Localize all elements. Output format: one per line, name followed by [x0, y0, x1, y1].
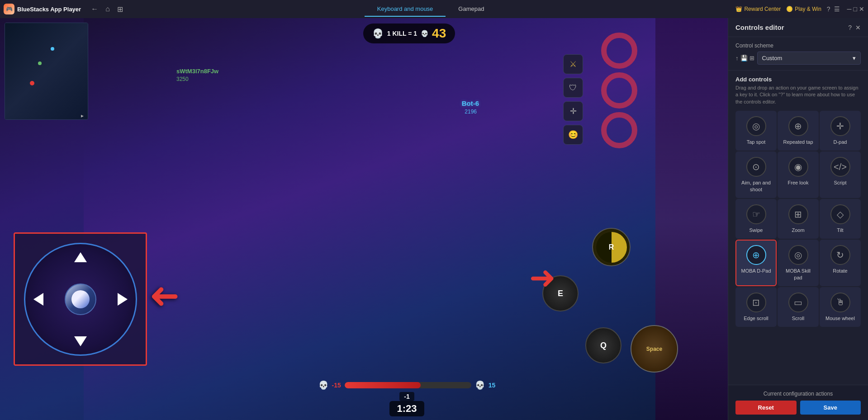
tab-keyboard[interactable]: Keyboard and mouse: [365, 2, 446, 17]
control-item-mouse-wheel[interactable]: 🖱Mouse wheel: [820, 287, 861, 327]
control-item-aim-pan-shoot[interactable]: ⊙Aim, pan and shoot: [735, 151, 777, 198]
scheme-icons: ↑ 💾 ⊞: [735, 55, 754, 61]
skull-red-right: 💀: [475, 380, 485, 390]
hud-top: 💀 1 KILL = 1 💀 43: [90, 24, 728, 43]
emoji-icon-btn[interactable]: 😊: [563, 125, 583, 145]
red-arrow-right: ➜: [529, 262, 556, 293]
menu-button[interactable]: ☰: [834, 5, 840, 13]
red-arrow-left: ➜: [149, 278, 180, 314]
dpad-arrow-up: [74, 252, 87, 262]
scheme-save-button[interactable]: 💾: [740, 55, 748, 61]
controls-grid: ◎Tap spot⊕Repeated tap✛D-pad⊙Aim, pan an…: [735, 111, 861, 327]
scheme-label: Control scheme: [735, 42, 861, 49]
app-logo: 🎮 BlueStacks App Player: [4, 4, 81, 14]
sword-icon-btn[interactable]: ⚔: [563, 54, 583, 74]
panel-title: Controls editor: [735, 24, 784, 31]
player-score: 3250: [176, 76, 189, 82]
panel-close-button[interactable]: ✕: [855, 24, 861, 31]
moba-skill-pad-label: MOBA Skill pad: [781, 268, 815, 281]
scheme-select-row: ↑ 💾 ⊞ Custom ▾: [735, 52, 861, 65]
app-name: BlueStacks App Player: [17, 6, 81, 13]
reset-button[interactable]: Reset: [735, 401, 797, 415]
control-item-free-look[interactable]: ◉Free look: [778, 151, 819, 198]
control-item-tilt[interactable]: ◇Tilt: [820, 199, 861, 239]
score-display: 43: [432, 26, 446, 41]
tab-gamepad[interactable]: Gamepad: [446, 2, 497, 17]
zoom-icon: ⊞: [788, 204, 808, 224]
scheme-copy-button[interactable]: ⊞: [749, 55, 754, 61]
dropdown-arrow: ▾: [853, 55, 856, 61]
help-button[interactable]: ?: [827, 5, 830, 13]
tap-spot-label: Tap spot: [747, 139, 766, 145]
topbar: 🎮 BlueStacks App Player ← ⌂ ⊞ Keyboard a…: [0, 0, 868, 18]
right-side-icons: ⚔ 🛡 ✛ 😊: [563, 54, 583, 145]
tab-area: Keyboard and mouse Gamepad: [129, 2, 732, 17]
reward-center[interactable]: 👑 Reward Center: [735, 6, 781, 12]
shield-icon-btn[interactable]: 🛡: [563, 78, 583, 98]
current-config-section: Current configuration actions Reset Save: [728, 385, 868, 420]
control-item-zoom[interactable]: ⊞Zoom: [778, 199, 819, 239]
reward-icon: 👑: [735, 6, 742, 12]
control-item-moba-dpad[interactable]: ⊕MOBA D-Pad: [735, 240, 777, 286]
minimap-corner: ▸: [81, 113, 85, 117]
skill-space-label: Space: [646, 346, 662, 352]
minimap: ▸: [5, 23, 88, 120]
hud-bottom: 💀 -15 💀 15 -1 1:23: [86, 384, 728, 420]
skill-space-button[interactable]: Space: [631, 325, 678, 373]
control-item-scroll[interactable]: ▭Scroll: [778, 287, 819, 327]
edge-scroll-icon: ⊡: [746, 293, 766, 312]
play-win[interactable]: 🪙 Play & Win: [786, 6, 821, 12]
swipe-icon: ☞: [746, 204, 766, 224]
tabs-button[interactable]: ⊞: [114, 3, 126, 15]
repeated-tap-label: Repeated tap: [783, 139, 813, 145]
skill-r-inner: R: [596, 232, 627, 263]
skill-q-button[interactable]: Q: [585, 327, 621, 363]
control-item-script[interactable]: </>Script: [820, 151, 861, 198]
tilt-icon: ◇: [830, 204, 850, 224]
scene-rings: [592, 32, 646, 167]
control-item-tap-spot[interactable]: ◎Tap spot: [735, 111, 777, 151]
control-item-moba-skill-pad[interactable]: ◎MOBA Skill pad: [778, 240, 819, 286]
minimize-button[interactable]: ─: [847, 5, 852, 13]
moba-skill-pad-icon: ◎: [788, 245, 808, 265]
panel-header: Controls editor ? ✕: [728, 18, 868, 37]
crosshair-icon-btn[interactable]: ✛: [563, 101, 583, 121]
d-pad-label: D-pad: [834, 139, 847, 145]
control-item-repeated-tap[interactable]: ⊕Repeated tap: [778, 111, 819, 151]
scheme-dropdown[interactable]: Custom ▾: [757, 52, 861, 65]
free-look-icon: ◉: [788, 157, 808, 177]
home-button[interactable]: ⌂: [103, 3, 113, 15]
panel-header-icons: ? ✕: [848, 24, 861, 31]
skill-r-button[interactable]: R: [592, 228, 631, 266]
aim-pan-shoot-icon: ⊙: [746, 157, 766, 177]
skill-q-label: Q: [600, 341, 607, 350]
control-item-rotate[interactable]: ↻Rotate: [820, 240, 861, 286]
swipe-label: Swipe: [749, 227, 763, 233]
save-button[interactable]: Save: [800, 401, 861, 415]
aim-pan-shoot-label: Aim, pan and shoot: [739, 179, 773, 193]
moba-dpad-box[interactable]: [14, 232, 147, 366]
mouse-wheel-label: Mouse wheel: [825, 315, 855, 321]
minimap-dot-red: [30, 81, 34, 85]
restore-button[interactable]: □: [854, 5, 857, 13]
minus-score: -1: [399, 392, 414, 401]
control-item-d-pad[interactable]: ✛D-pad: [820, 111, 861, 151]
window-buttons: ─ □ ✕: [847, 5, 864, 13]
skill-r-label: R: [609, 243, 614, 251]
scheme-upload-button[interactable]: ↑: [735, 55, 739, 61]
control-item-edge-scroll[interactable]: ⊡Edge scroll: [735, 287, 777, 327]
dpad-arrow-right: [118, 293, 128, 306]
control-item-swipe[interactable]: ☞Swipe: [735, 199, 777, 239]
add-controls-desc: Drag and drop an action on your game scr…: [735, 85, 861, 105]
back-button[interactable]: ←: [88, 3, 101, 15]
repeated-tap-icon: ⊕: [788, 116, 808, 136]
bot-score: 2196: [465, 109, 477, 115]
moba-dpad-label: MOBA D-Pad: [741, 268, 771, 274]
edge-scroll-label: Edge scroll: [744, 315, 768, 321]
panel-help-button[interactable]: ?: [848, 24, 852, 31]
close-button[interactable]: ✕: [859, 5, 864, 13]
dpad-arrow-left: [33, 293, 43, 306]
logo-icon: 🎮: [4, 4, 14, 14]
player-label: sWtM3l7n8FJw: [176, 68, 218, 75]
main-content: ▸ 💀 1 KILL = 1 💀 43 sWtM3l7n8FJw 3250 Bo…: [0, 18, 868, 420]
